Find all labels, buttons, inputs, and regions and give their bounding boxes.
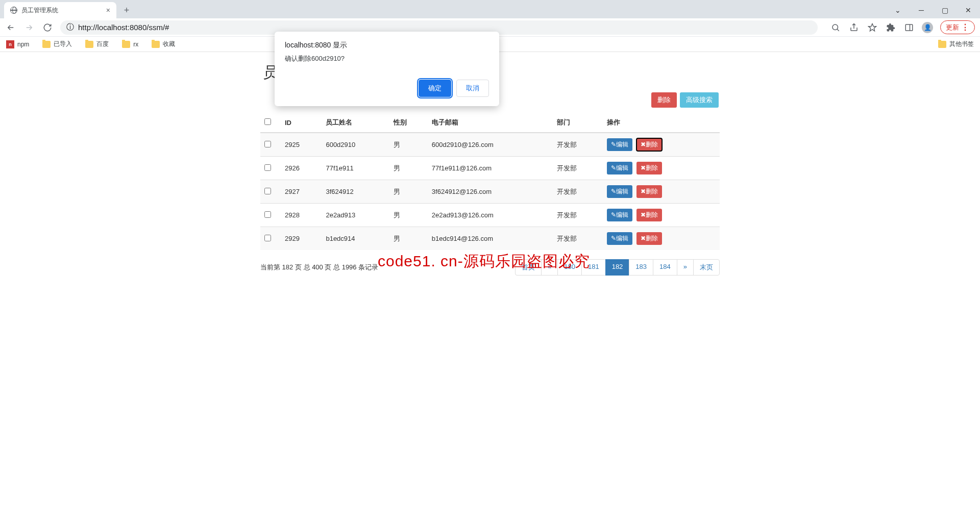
cell-dept: 开发部 <box>553 227 603 251</box>
other-bookmarks[interactable]: 其他书签 <box>938 40 974 48</box>
menu-dots-icon: ⋮ <box>961 22 969 32</box>
folder-icon <box>938 41 946 48</box>
page-next[interactable]: » <box>677 259 694 276</box>
npm-icon: n <box>6 40 14 48</box>
cell-dept: 开发部 <box>553 204 603 227</box>
delete-button[interactable]: ✖删除 <box>636 162 662 174</box>
cell-gender: 男 <box>389 227 428 251</box>
cell-email: 77f1e911@126.com <box>428 157 553 180</box>
cell-gender: 男 <box>389 133 428 157</box>
close-window-button[interactable]: ✕ <box>957 2 980 18</box>
cell-id: 2929 <box>281 227 322 251</box>
cell-email: 2e2ad913@126.com <box>428 204 553 227</box>
delete-button[interactable]: ✖删除 <box>636 209 662 221</box>
dialog-message: 确认删除600d2910? <box>285 54 489 63</box>
table-row: 2925 600d2910 男 600d2910@126.com 开发部 ✎编辑… <box>260 133 720 157</box>
bookmark-imported[interactable]: 已导入 <box>42 40 72 48</box>
watermark: code51. cn-源码乐园盗图必究 <box>378 251 590 272</box>
tab-title: 员工管理系统 <box>21 6 58 15</box>
svg-rect-1 <box>905 24 913 31</box>
dropdown-icon[interactable]: ⌄ <box>886 2 910 18</box>
page-last[interactable]: 末页 <box>693 259 720 276</box>
cell-id: 2926 <box>281 157 322 180</box>
star-icon[interactable] <box>867 22 878 33</box>
row-checkbox[interactable] <box>264 141 271 147</box>
cell-dept: 开发部 <box>553 133 603 157</box>
window-controls: ⌄ ─ ▢ ✕ <box>886 2 980 18</box>
cell-id: 2927 <box>281 180 322 204</box>
minimize-button[interactable]: ─ <box>910 2 933 18</box>
bookmark-baidu[interactable]: 百度 <box>85 40 109 48</box>
bookmark-favorites[interactable]: 收藏 <box>152 40 175 48</box>
dialog-ok-button[interactable]: 确定 <box>419 80 451 97</box>
cell-name: 77f1e911 <box>322 157 389 180</box>
cell-id: 2928 <box>281 204 322 227</box>
folder-icon <box>42 41 51 48</box>
update-button[interactable]: 更新⋮ <box>940 20 975 34</box>
page-info: 当前第 182 页 总 400 页 总 1996 条记录 <box>260 263 378 272</box>
advanced-search-button[interactable]: 高级搜索 <box>680 92 719 108</box>
page-183[interactable]: 183 <box>629 259 653 276</box>
select-all-checkbox[interactable] <box>264 118 271 125</box>
row-checkbox[interactable] <box>264 235 271 241</box>
row-checkbox[interactable] <box>264 188 271 194</box>
globe-icon <box>10 7 17 14</box>
delete-button[interactable]: ✖删除 <box>636 185 662 198</box>
cell-name: 2e2ad913 <box>322 204 389 227</box>
page-184[interactable]: 184 <box>653 259 677 276</box>
delete-button[interactable]: ✖删除 <box>636 138 662 151</box>
bulk-delete-button[interactable]: 删除 <box>651 92 677 108</box>
edit-button[interactable]: ✎编辑 <box>607 185 632 198</box>
cell-id: 2925 <box>281 133 322 157</box>
share-icon[interactable] <box>848 22 860 33</box>
svg-point-0 <box>832 24 838 30</box>
table-row: 2929 b1edc914 男 b1edc914@126.com 开发部 ✎编辑… <box>260 227 720 251</box>
browser-tab[interactable]: 员工管理系统 × <box>4 2 116 18</box>
folder-icon <box>122 41 130 48</box>
url-text: http://localhost:8080/ssm/# <box>78 23 169 32</box>
page-182[interactable]: 182 <box>605 259 630 276</box>
edit-button[interactable]: ✎编辑 <box>607 162 632 174</box>
toolbar-right: 👤 更新⋮ <box>830 20 975 34</box>
cell-gender: 男 <box>389 180 428 204</box>
row-checkbox[interactable] <box>264 164 271 171</box>
reload-button[interactable] <box>42 22 53 33</box>
col-gender: 性别 <box>389 113 428 133</box>
zoom-icon[interactable] <box>830 22 841 33</box>
forward-button[interactable] <box>23 22 35 33</box>
cell-dept: 开发部 <box>553 180 603 204</box>
edit-button[interactable]: ✎编辑 <box>607 209 632 221</box>
profile-avatar[interactable]: 👤 <box>922 22 933 33</box>
extensions-icon[interactable] <box>885 22 896 33</box>
col-name: 员工姓名 <box>322 113 389 133</box>
col-dept: 部门 <box>553 113 603 133</box>
cell-email: 3f624912@126.com <box>428 180 553 204</box>
dialog-host: localhost:8080 显示 <box>285 41 489 50</box>
cell-gender: 男 <box>389 204 428 227</box>
col-email: 电子邮箱 <box>428 113 553 133</box>
table-row: 2926 77f1e911 男 77f1e911@126.com 开发部 ✎编辑… <box>260 157 720 180</box>
cell-name: 600d2910 <box>322 133 389 157</box>
bookmark-npm[interactable]: nnpm <box>6 40 29 48</box>
cell-name: b1edc914 <box>322 227 389 251</box>
bookmark-rx[interactable]: rx <box>122 41 138 48</box>
new-tab-button[interactable]: + <box>119 3 134 17</box>
tab-bar: 员工管理系统 × + ⌄ ─ ▢ ✕ <box>0 0 980 18</box>
back-button[interactable] <box>5 22 16 33</box>
delete-button[interactable]: ✖删除 <box>636 232 662 245</box>
cell-dept: 开发部 <box>553 157 603 180</box>
row-checkbox[interactable] <box>264 211 271 218</box>
maximize-button[interactable]: ▢ <box>933 2 957 18</box>
table-footer: 当前第 182 页 总 400 页 总 1996 条记录 code51. cn-… <box>260 259 720 276</box>
close-tab-icon[interactable]: × <box>106 6 110 14</box>
folder-icon <box>85 41 93 48</box>
side-panel-icon[interactable] <box>903 22 915 33</box>
col-action: 操作 <box>603 113 720 133</box>
cell-email: b1edc914@126.com <box>428 227 553 251</box>
employee-table: ID 员工姓名 性别 电子邮箱 部门 操作 2925 600d2910 男 60… <box>260 113 720 250</box>
edit-button[interactable]: ✎编辑 <box>607 138 632 151</box>
dialog-cancel-button[interactable]: 取消 <box>456 80 489 97</box>
edit-button[interactable]: ✎编辑 <box>607 232 632 245</box>
info-icon[interactable]: ⓘ <box>66 22 74 32</box>
folder-icon <box>152 41 160 48</box>
